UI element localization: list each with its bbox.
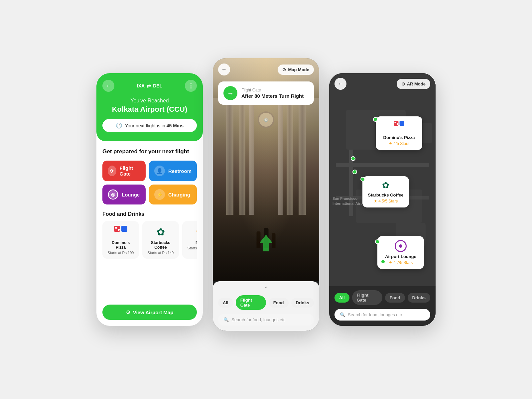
lounge-map-name: Airport Lounge bbox=[381, 254, 420, 259]
search-bar[interactable]: 🔍 Search for food, lounges etc bbox=[218, 314, 314, 326]
dominos-name: Domino's Pizza bbox=[106, 240, 135, 250]
phone3-top-bar: ← ⊙ AR Mode bbox=[329, 73, 436, 94]
filter-tab-dark-drinks[interactable]: Drinks bbox=[408, 293, 430, 303]
prepare-title: Get prepared for your next flight bbox=[102, 148, 197, 155]
filter-tab-dark-flight-gate[interactable]: Flight Gate bbox=[352, 290, 382, 305]
svg-rect-7 bbox=[400, 121, 404, 126]
map-mode-button[interactable]: ⊙ Map Mode bbox=[278, 65, 314, 75]
filter-tab-all[interactable]: All bbox=[218, 298, 233, 308]
flight-timer-value: 45 Mins bbox=[167, 123, 184, 128]
charging-button[interactable]: ⚡ Charging bbox=[149, 185, 197, 204]
map-view: ← ⊙ AR Mode Domino's Pizza ★ 4/5 bbox=[329, 73, 436, 286]
search-placeholder-dark: Search for food, lounges etc bbox=[348, 312, 402, 317]
map-card-lounge[interactable]: Airport Lounge ★ 4.7/5 Stars bbox=[377, 236, 424, 269]
airport-name: Kolkata Airport (CCU) bbox=[102, 105, 197, 114]
map-mode-label: Map Mode bbox=[288, 67, 309, 72]
other-price: Starts at Rs.199 bbox=[186, 246, 197, 250]
phone2-top-bar: ← ⊙ Map Mode bbox=[213, 58, 319, 81]
charging-label: Charging bbox=[168, 192, 190, 198]
nav-card-label: Flight Gate bbox=[241, 88, 309, 92]
more-options-button[interactable]: ⋮ bbox=[185, 80, 197, 92]
header-section: ← IXA ⇄ DEL ⋮ You've Reached Kolkata Air… bbox=[96, 73, 203, 141]
restroom-icon: 👤 bbox=[154, 166, 165, 176]
starbucks-logo: ✿ bbox=[146, 225, 175, 238]
svg-point-2 bbox=[118, 229, 120, 231]
starbucks-map-name: Starbucks Coffee bbox=[366, 193, 405, 198]
filter-tabs: All Flight Gate Food Drinks bbox=[218, 295, 314, 310]
search-icon: 🔍 bbox=[223, 317, 229, 322]
extra-dot-1 bbox=[351, 156, 355, 161]
dominos-map-name: Domino's Pizza bbox=[380, 135, 418, 140]
phone3-back-button[interactable]: ← bbox=[334, 78, 346, 90]
food-drinks-title: Food and Drinks bbox=[102, 211, 197, 217]
food-card-starbucks[interactable]: ✿ Starbucks Coffee Starts at Rs.149 bbox=[142, 221, 179, 259]
svg-rect-4 bbox=[394, 121, 398, 126]
ar-camera-view: 🕐 ← ⊙ Map Mode bbox=[213, 58, 319, 281]
flight-timer-badge: 🕐 Your next flight is in 45 Mins bbox=[102, 119, 197, 132]
food-cards-list: Domino's Pizza Starts at Rs.199 ✿ Starbu… bbox=[102, 221, 197, 259]
dominos-map-logo bbox=[380, 120, 418, 133]
other-name: Pizza bbox=[186, 240, 197, 245]
filter-tab-dark-food[interactable]: Food bbox=[385, 293, 405, 303]
dominos-map-rating: ★ 4/5 Stars bbox=[380, 141, 418, 146]
nav-card-instruction: After 80 Meters Turn Right bbox=[241, 93, 309, 99]
quick-actions-grid: ✈ Flight Gate 👤 Restroom ◎ Lounge ⚡ Char… bbox=[102, 161, 197, 204]
other-logo: 🍕 bbox=[186, 225, 197, 238]
starbucks-map-dot bbox=[360, 177, 365, 182]
ar-mode-button[interactable]: ⊙ AR Mode bbox=[397, 79, 430, 89]
phone-ar-navigation: 🕐 ← ⊙ Map Mode bbox=[213, 58, 319, 331]
lounge-map-logo bbox=[381, 240, 420, 252]
svg-point-5 bbox=[394, 122, 396, 123]
search-placeholder: Search for food, lounges etc bbox=[231, 317, 286, 322]
top-bar: ← IXA ⇄ DEL ⋮ bbox=[102, 80, 197, 92]
map-icon: ⊙ bbox=[126, 309, 130, 315]
map-mode-icon: ⊙ bbox=[282, 67, 286, 72]
map-card-starbucks[interactable]: ✿ Starbucks Coffee ★ 4.5/5 Stars bbox=[362, 176, 409, 207]
scroll-up-icon[interactable]: ⌃ bbox=[218, 285, 314, 293]
svg-rect-0 bbox=[114, 226, 120, 232]
starbucks-name: Starbucks Coffee bbox=[146, 240, 175, 250]
phone-map-screen: ← ⊙ AR Mode Domino's Pizza ★ 4/5 bbox=[329, 73, 436, 326]
starbucks-map-dot2 bbox=[352, 170, 357, 174]
flight-gate-icon: ✈ bbox=[108, 166, 116, 176]
svg-point-1 bbox=[115, 227, 117, 229]
lounge-map-dot bbox=[375, 239, 380, 244]
restroom-button[interactable]: 👤 Restroom bbox=[149, 161, 197, 181]
search-bar-dark[interactable]: 🔍 Search for food, lounges etc bbox=[334, 309, 430, 321]
flight-timer-text: Your next flight is in 45 Mins bbox=[125, 123, 184, 128]
food-card-other[interactable]: 🍕 Pizza Starts at Rs.199 bbox=[182, 221, 197, 259]
reached-label: You've Reached bbox=[102, 98, 197, 104]
starbucks-price: Starts at Rs.149 bbox=[146, 251, 175, 255]
route-from: IXA bbox=[137, 83, 145, 88]
phone2-bottom-panel: ⌃ All Flight Gate Food Drinks 🔍 Search f… bbox=[213, 281, 319, 331]
filter-tab-drinks[interactable]: Drinks bbox=[291, 298, 314, 308]
flight-gate-button[interactable]: ✈ Flight Gate bbox=[102, 161, 146, 181]
view-map-button[interactable]: ⊙ View Airport Map bbox=[102, 305, 197, 320]
nav-card-icon: → bbox=[223, 86, 237, 100]
filter-tab-dark-all[interactable]: All bbox=[334, 293, 349, 303]
svg-rect-3 bbox=[121, 226, 127, 232]
lounge-map-rating: ★ 4.7/5 Stars bbox=[381, 260, 420, 265]
body-section: Get prepared for your next flight ✈ Flig… bbox=[96, 141, 203, 299]
lounge-button[interactable]: ◎ Lounge bbox=[102, 185, 146, 204]
filter-tab-flight-gate[interactable]: Flight Gate bbox=[236, 295, 266, 310]
dominos-price: Starts at Rs.199 bbox=[106, 251, 135, 255]
navigation-card: → Flight Gate After 80 Meters Turn Right bbox=[218, 81, 314, 105]
lounge-icon: ◎ bbox=[108, 189, 118, 200]
charging-icon: ⚡ bbox=[154, 189, 165, 200]
back-button[interactable]: ← bbox=[102, 80, 114, 92]
restroom-label: Restroom bbox=[168, 168, 192, 174]
dominos-map-dot bbox=[373, 117, 378, 122]
ar-mode-icon: ⊙ bbox=[401, 81, 405, 86]
route-arrow-icon: ⇄ bbox=[147, 83, 151, 89]
map-card-dominos[interactable]: Domino's Pizza ★ 4/5 Stars bbox=[376, 116, 422, 150]
filter-tab-food[interactable]: Food bbox=[269, 298, 289, 308]
route-to: DEL bbox=[153, 83, 162, 88]
food-card-dominos[interactable]: Domino's Pizza Starts at Rs.199 bbox=[102, 221, 139, 259]
ar-mode-label: AR Mode bbox=[407, 81, 426, 86]
view-map-label: View Airport Map bbox=[133, 310, 174, 315]
svg-point-6 bbox=[397, 123, 398, 125]
phone2-back-button[interactable]: ← bbox=[218, 64, 230, 75]
phones-container: ← IXA ⇄ DEL ⋮ You've Reached Kolkata Air… bbox=[96, 68, 436, 331]
clock-icon: 🕐 bbox=[116, 122, 122, 129]
